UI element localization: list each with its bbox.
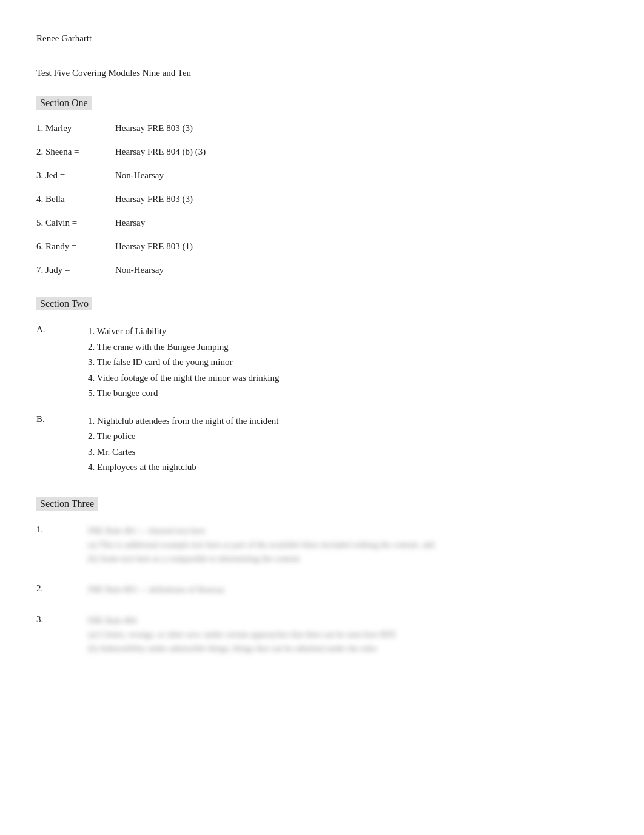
- list-item: 2.FRE Rule 803 — definitions of Hearsay: [36, 583, 608, 597]
- table-row: 4. Bella =Hearsay FRE 803 (3): [36, 194, 608, 204]
- list-item-content: FRE Rule 401 — blurred text here(a) This…: [88, 524, 434, 566]
- section-one-heading: Section One: [36, 96, 92, 110]
- item-value: Hearsay: [115, 218, 145, 228]
- blurred-line: (b) Some text here as a comparable to de…: [88, 552, 434, 566]
- item-label: 1. Marley =: [36, 123, 115, 133]
- author-name: Renee Garhartt: [36, 33, 608, 44]
- list-item: 2. The police: [88, 429, 279, 444]
- list-item-subitems: 1. Nightclub attendees from the night of…: [88, 414, 279, 475]
- item-value: Non-Hearsay: [115, 170, 164, 181]
- blurred-line: FRE Rule 401 — blurred text here: [88, 524, 434, 538]
- item-label: 3. Jed =: [36, 170, 115, 181]
- section-three: Section Three 1.FRE Rule 401 — blurred t…: [36, 497, 608, 656]
- list-item-letter: B.: [36, 414, 88, 424]
- test-title: Test Five Covering Modules Nine and Ten: [36, 68, 608, 78]
- list-item-number: 2.: [36, 583, 88, 594]
- list-item: A.1. Waiver of Liability2. The crane wit…: [36, 324, 608, 401]
- section-two: Section Two A.1. Waiver of Liability2. T…: [36, 297, 608, 475]
- list-item: 4. Employees at the nightclub: [88, 460, 279, 475]
- blurred-line: (b) Admissibility under admissible thing…: [88, 642, 396, 656]
- list-item: 1. Waiver of Liability: [88, 324, 279, 340]
- table-row: 3. Jed =Non-Hearsay: [36, 170, 608, 181]
- section-three-items: 1.FRE Rule 401 — blurred text here(a) Th…: [36, 524, 608, 656]
- list-item: 4. Video footage of the night the minor …: [88, 371, 279, 386]
- section-three-heading: Section Three: [36, 497, 98, 511]
- item-label: 6. Randy =: [36, 241, 115, 252]
- list-item: 3. Mr. Cartes: [88, 444, 279, 460]
- list-item: 5. The bungee cord: [88, 386, 279, 401]
- list-item: 3. The false ID card of the young minor: [88, 355, 279, 371]
- table-row: 6. Randy =Hearsay FRE 803 (1): [36, 241, 608, 252]
- list-item-number: 3.: [36, 614, 88, 625]
- list-item-subitems: 1. Waiver of Liability2. The crane with …: [88, 324, 279, 401]
- blurred-line: FRE Rule 404: [88, 614, 396, 628]
- list-item: 1.FRE Rule 401 — blurred text here(a) Th…: [36, 524, 608, 566]
- blurred-line: (a) This is additional example text here…: [88, 538, 434, 552]
- list-item-content: FRE Rule 803 — definitions of Hearsay: [88, 583, 225, 597]
- list-item: 2. The crane with the Bungee Jumping: [88, 340, 279, 355]
- list-item: 3.FRE Rule 404(a) Crimes, wrongs, or oth…: [36, 614, 608, 656]
- item-value: Hearsay FRE 803 (1): [115, 241, 193, 252]
- item-label: 4. Bella =: [36, 194, 115, 204]
- section-two-items: A.1. Waiver of Liability2. The crane wit…: [36, 324, 608, 475]
- list-item-letter: A.: [36, 324, 88, 335]
- item-value: Non-Hearsay: [115, 265, 164, 275]
- table-row: 7. Judy =Non-Hearsay: [36, 265, 608, 275]
- list-item-content: FRE Rule 404(a) Crimes, wrongs, or other…: [88, 614, 396, 656]
- table-row: 1. Marley =Hearsay FRE 803 (3): [36, 123, 608, 133]
- blurred-line: (a) Crimes, wrongs, or other acts: under…: [88, 628, 396, 642]
- item-label: 2. Sheena =: [36, 147, 115, 157]
- list-item: B.1. Nightclub attendees from the night …: [36, 414, 608, 475]
- list-item-number: 1.: [36, 524, 88, 535]
- table-row: 5. Calvin =Hearsay: [36, 218, 608, 228]
- list-item: 1. Nightclub attendees from the night of…: [88, 414, 279, 429]
- blurred-line: FRE Rule 803 — definitions of Hearsay: [88, 583, 225, 597]
- item-label: 5. Calvin =: [36, 218, 115, 228]
- item-value: Hearsay FRE 804 (b) (3): [115, 147, 206, 157]
- table-row: 2. Sheena =Hearsay FRE 804 (b) (3): [36, 147, 608, 157]
- item-value: Hearsay FRE 803 (3): [115, 123, 193, 133]
- section-one: Section One 1. Marley =Hearsay FRE 803 (…: [36, 96, 608, 275]
- item-label: 7. Judy =: [36, 265, 115, 275]
- item-value: Hearsay FRE 803 (3): [115, 194, 193, 204]
- section-two-heading: Section Two: [36, 297, 92, 310]
- section-one-items: 1. Marley =Hearsay FRE 803 (3)2. Sheena …: [36, 123, 608, 275]
